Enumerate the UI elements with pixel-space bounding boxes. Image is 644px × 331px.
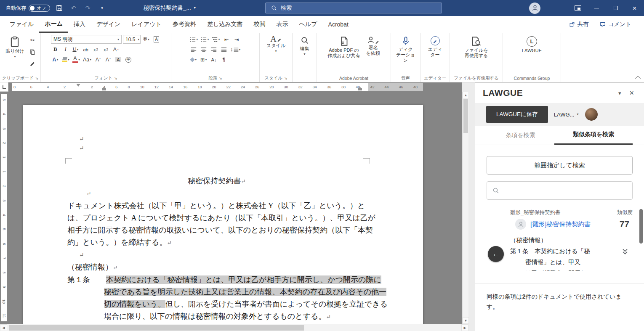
circle-character-button[interactable]: 字 xyxy=(124,55,133,64)
scroll-right-button[interactable]: ▶ xyxy=(461,324,468,331)
redo-button[interactable]: ↷ xyxy=(83,3,93,13)
first-line-indent-marker[interactable] xyxy=(76,84,80,87)
clause-search-box[interactable] xyxy=(487,181,633,200)
lawgue-button[interactable]: L LAWGUE xyxy=(520,35,544,55)
copy-button[interactable] xyxy=(28,47,37,56)
italic-button[interactable]: I xyxy=(61,45,70,54)
search-result-item[interactable]: 雛形_秘密保持契約書 類似度 [雛形]秘密保持契約書 77 （秘密情報） 第１条… xyxy=(510,209,633,271)
tab-similar-clauses[interactable]: 類似条項を検索 xyxy=(554,126,633,145)
reuse-files-button[interactable]: ファイルを再使用する xyxy=(462,35,490,60)
font-name-select[interactable]: MS 明朝▾ xyxy=(51,35,122,44)
horizontal-scrollbar-thumb[interactable] xyxy=(9,325,304,331)
autosave-toggle[interactable]: 自動保存 オフ xyxy=(6,5,50,12)
undo-button[interactable]: ↶ xyxy=(69,3,79,13)
align-center-button[interactable] xyxy=(199,45,208,54)
tab-search-clauses[interactable]: 条項を検索 xyxy=(487,126,554,145)
numbering-button[interactable]: ▾ xyxy=(200,35,210,44)
tab-stop-selector[interactable] xyxy=(0,82,8,92)
borders-button[interactable]: ⊞▾ xyxy=(199,55,208,64)
tab-insert[interactable]: 挿入 xyxy=(68,16,91,33)
superscript-button[interactable]: x2 xyxy=(101,45,110,54)
shrink-font-button[interactable]: Aˇ xyxy=(104,55,112,64)
editor-button[interactable]: エディター xyxy=(426,35,444,59)
cut-button[interactable]: ✂ xyxy=(28,36,37,45)
panel-menu-caret-icon[interactable]: ▾ xyxy=(612,88,627,98)
dictation-button[interactable]: ディクテーション xyxy=(393,35,418,64)
tab-help[interactable]: ヘルプ xyxy=(294,16,323,33)
tab-file[interactable]: ファイル xyxy=(4,16,39,33)
minimize-button[interactable] xyxy=(587,0,606,16)
horizontal-scrollbar[interactable]: ◀ ▶ xyxy=(0,324,468,331)
clear-formatting-button[interactable]: A× xyxy=(112,45,120,54)
comments-button[interactable]: コメント xyxy=(596,19,635,30)
multilevel-list-button[interactable]: ▾ xyxy=(211,35,221,44)
grow-font-button[interactable]: Aˆ xyxy=(93,55,102,64)
font-size-select[interactable]: 10.5▾ xyxy=(123,35,141,44)
customize-quick-access-button[interactable]: ▾ xyxy=(97,3,107,13)
line-spacing-button[interactable]: ↕▾ xyxy=(229,45,241,54)
tab-design[interactable]: デザイン xyxy=(91,16,126,33)
underline-button[interactable]: U▾ xyxy=(71,45,80,54)
document-title-dropdown[interactable]: 秘密保持契約書_... ▾ xyxy=(144,4,196,12)
increase-indent-button[interactable]: ⇥ xyxy=(232,35,241,44)
sort-button[interactable]: A↓ xyxy=(209,55,218,64)
save-button[interactable] xyxy=(54,3,64,13)
maximize-button[interactable] xyxy=(606,0,625,16)
tab-mailings[interactable]: 差し込み文書 xyxy=(202,16,248,33)
back-button[interactable]: ← xyxy=(488,246,504,262)
account-avatar[interactable] xyxy=(529,3,540,14)
justify-button[interactable] xyxy=(219,45,228,54)
document-page[interactable]: ↵ ↵ 秘密保持契約書↵ ↵ ドキュメント株式会社（以下「甲」という。）と株式会… xyxy=(23,105,423,324)
shading-button[interactable]: ▾ xyxy=(189,55,198,64)
share-button[interactable]: 共有 xyxy=(566,19,592,30)
subscript-button[interactable]: x2 xyxy=(91,45,100,54)
styles-dialog-launcher[interactable]: ↘ xyxy=(284,76,287,80)
save-to-lawgue-button[interactable]: LAWGUEに保存 xyxy=(486,106,548,123)
paste-button[interactable]: 貼り付け ▾ xyxy=(3,35,27,60)
document-canvas[interactable]: ↵ ↵ 秘密保持契約書↵ ↵ ドキュメント株式会社（以下「甲」という。）と株式会… xyxy=(0,92,462,324)
tab-home[interactable]: ホーム xyxy=(39,16,68,33)
align-left-button[interactable] xyxy=(189,45,198,54)
panel-close-button[interactable]: × xyxy=(627,87,636,99)
text-effects-button[interactable]: A▾ xyxy=(51,55,60,64)
paragraph-dialog-launcher[interactable]: ↘ xyxy=(219,76,222,80)
highlight-color-button[interactable]: ▾ xyxy=(61,55,70,64)
font-color-button[interactable]: A▾ xyxy=(72,55,81,64)
font-dialog-launcher[interactable]: ↘ xyxy=(114,76,117,80)
close-button[interactable]: × xyxy=(625,0,644,16)
bullets-button[interactable]: ▾ xyxy=(189,35,199,44)
clipboard-dialog-launcher[interactable]: ↘ xyxy=(35,76,39,80)
bold-button[interactable]: B xyxy=(51,45,60,54)
editing-button[interactable]: 編集 ▾ xyxy=(298,35,311,57)
request-signature-button[interactable]: 署名を依頼 xyxy=(364,35,382,57)
clause-search-input[interactable] xyxy=(503,187,627,194)
styles-button[interactable]: A スタイル ▾ xyxy=(264,35,287,54)
change-case-button[interactable]: Aa▾ xyxy=(82,55,92,64)
search-box[interactable]: 検索 xyxy=(265,3,442,13)
tab-layout[interactable]: レイアウト xyxy=(126,16,167,33)
tab-view[interactable]: 表示 xyxy=(271,16,294,33)
range-search-button[interactable]: 範囲指定して検索 xyxy=(487,156,633,175)
strikethrough-button[interactable]: ab xyxy=(81,45,90,54)
tab-review[interactable]: 校閲 xyxy=(248,16,271,33)
ruby-button[interactable]: 亜▾ xyxy=(142,35,151,44)
scroll-left-button[interactable]: ◀ xyxy=(0,324,7,331)
adobe-pdf-button[interactable]: Adobe PDF の作成および共有 xyxy=(325,35,362,60)
vertical-scrollbar-thumb[interactable] xyxy=(463,99,468,133)
enclose-character-button[interactable]: A xyxy=(152,35,161,44)
scroll-down-button[interactable]: ▼ xyxy=(463,317,469,324)
panel-scrollbar-thumb[interactable] xyxy=(639,209,643,244)
character-shading-button[interactable]: A xyxy=(114,55,122,64)
scroll-up-button[interactable]: ▲ xyxy=(463,92,469,98)
vertical-scrollbar[interactable]: ▲ ▼ xyxy=(462,92,468,324)
show-marks-button[interactable]: ¶ xyxy=(219,55,228,64)
account-menu[interactable]: LAWG...▾ xyxy=(554,111,579,118)
decrease-indent-button[interactable]: ⇤ xyxy=(222,35,231,44)
format-painter-button[interactable] xyxy=(28,58,37,67)
tab-acrobat[interactable]: Acrobat xyxy=(323,16,354,33)
result-document-link[interactable]: [雛形]秘密保持契約書 xyxy=(530,220,591,228)
align-right-button[interactable] xyxy=(209,45,218,54)
tab-references[interactable]: 参考資料 xyxy=(167,16,202,33)
panel-user-avatar[interactable] xyxy=(585,108,598,121)
expand-preview-icon[interactable] xyxy=(621,247,629,256)
